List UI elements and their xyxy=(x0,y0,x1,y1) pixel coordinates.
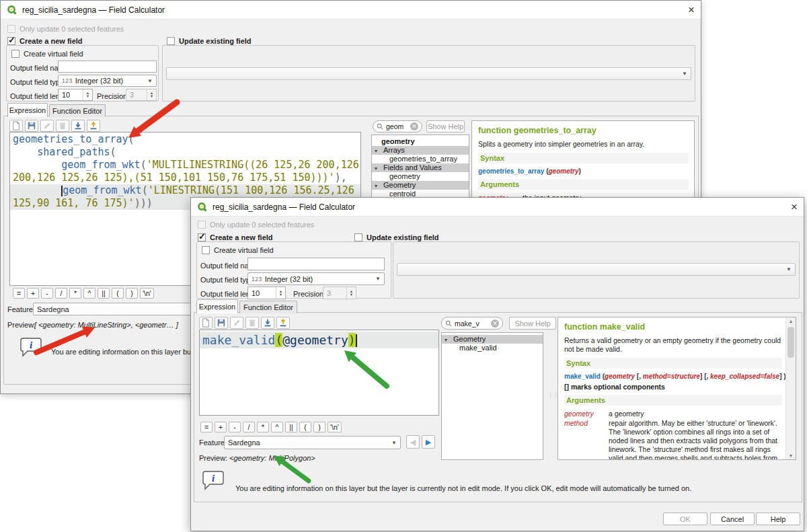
field-calculator-dialog-front: reg_sicilia_sardegna — Field Calculator … xyxy=(190,197,804,531)
code-segment: geom_from_wkt xyxy=(63,184,141,196)
chevron-down-icon: ▼ xyxy=(786,266,792,272)
help-label: Help xyxy=(771,515,786,523)
help-button[interactable]: Help xyxy=(756,512,800,525)
output-field-length-spinner[interactable]: 10 ▲▼ xyxy=(247,287,286,299)
code-segment: ( xyxy=(110,146,116,158)
code-segment: 125,90 161, 76 175)' xyxy=(13,197,134,209)
code-segment: make_valid xyxy=(202,333,275,347)
code-segment: ))) xyxy=(134,197,153,209)
precision-value: 3 xyxy=(327,289,331,297)
code-segment xyxy=(13,146,37,158)
checkbox-icon[interactable] xyxy=(198,221,206,229)
code-line: 200,126 125,26 125),(51 150,101 150,76 1… xyxy=(10,172,360,184)
only-update-checkbox[interactable]: Only update 0 selected features xyxy=(198,221,314,229)
output-field-length-spinner[interactable]: 10 ▲▼ xyxy=(58,89,93,101)
checkbox-icon[interactable] xyxy=(7,37,15,45)
code-segment: shared_paths xyxy=(37,146,110,158)
field-type-123-icon: 123 xyxy=(252,276,262,282)
tab-label: Function Editor xyxy=(243,303,293,311)
spinner-arrows-icon[interactable]: ▲▼ xyxy=(346,287,356,299)
code-segment: geometries_to_array xyxy=(13,133,128,145)
code-line: geometries_to_array( xyxy=(10,133,360,146)
text-cursor xyxy=(356,334,357,347)
chevron-down-icon: ▼ xyxy=(147,78,153,84)
create-virtual-field-checkbox[interactable]: Create virtual field xyxy=(202,246,274,254)
checkbox-icon[interactable] xyxy=(198,233,206,241)
cancel-label: Cancel xyxy=(721,515,744,523)
code-segment: 'LINESTRING(151 100,126 156.25,126 xyxy=(148,184,354,196)
code-line: shared_paths( xyxy=(10,146,360,159)
title-bar[interactable]: reg_sicilia_sardegna — Field Calculator … xyxy=(1,1,701,20)
code-segment xyxy=(13,159,61,171)
only-update-label: Only update 0 selected features xyxy=(210,221,314,229)
code-segment: 200,126 125,26 125),(51 150,101 150,76 1… xyxy=(13,172,335,184)
code-segment: ( xyxy=(141,159,147,171)
only-update-checkbox[interactable]: Only update 0 selected features xyxy=(7,25,124,33)
length-value: 10 xyxy=(62,91,70,99)
qgis-logo-icon xyxy=(197,202,208,213)
tab-expression[interactable]: Expression xyxy=(7,103,48,117)
code-segment: ) xyxy=(348,333,356,347)
checkbox-icon[interactable] xyxy=(354,233,362,241)
code-segment: geom_from_wkt xyxy=(61,159,140,171)
qgis-logo-icon xyxy=(7,5,17,15)
output-field-type-label: Output field type xyxy=(200,276,254,284)
code-segment: ( xyxy=(128,133,134,145)
code-line: geom_from_wkt('MULTILINESTRING((26 125,2… xyxy=(10,159,360,172)
spinner-arrows-icon[interactable]: ▲▼ xyxy=(147,89,156,100)
tab-label: Function Editor xyxy=(52,107,102,115)
code-segment: ( xyxy=(275,333,282,347)
expression-editor[interactable]: make_valid(@geometry) xyxy=(199,330,439,416)
checkbox-icon[interactable] xyxy=(202,246,210,254)
close-icon[interactable]: × xyxy=(688,5,695,15)
tab-function-editor[interactable]: Function Editor xyxy=(239,301,297,313)
code-line: geom_from_wkt('LINESTRING(151 100,126 15… xyxy=(10,184,360,197)
title-bar[interactable]: reg_sicilia_sardegna — Field Calculator … xyxy=(191,198,804,217)
tab-function-editor[interactable]: Function Editor xyxy=(49,104,106,117)
output-field-type-label: Output field type xyxy=(10,78,64,86)
code-line: make_valid(@geometry) xyxy=(200,332,438,348)
output-field-name-input[interactable] xyxy=(247,258,385,270)
existing-field-combo[interactable]: ▼ xyxy=(397,263,796,276)
precision-spinner[interactable]: 3 ▲▼ xyxy=(323,287,356,299)
precision-label: Precision xyxy=(293,290,323,298)
length-value: 10 xyxy=(252,289,260,297)
create-virtual-field-label: Create virtual field xyxy=(214,246,274,254)
ok-label: OK xyxy=(680,515,691,523)
code-segment: ( xyxy=(142,184,148,196)
checkbox-icon[interactable] xyxy=(11,50,20,58)
output-field-type-combo[interactable]: 123 Integer (32 bit) ▼ xyxy=(58,75,157,87)
create-virtual-field-label: Create virtual field xyxy=(24,50,83,58)
create-new-field-checkbox[interactable]: Create a new field xyxy=(198,233,273,241)
spinner-arrows-icon[interactable]: ▲▼ xyxy=(276,287,285,299)
create-new-field-label: Create a new field xyxy=(20,37,83,45)
chevron-down-icon: ▼ xyxy=(375,276,381,282)
precision-spinner[interactable]: 3 ▲▼ xyxy=(126,89,157,101)
spinner-arrows-icon[interactable]: ▲▼ xyxy=(83,89,92,100)
update-existing-field-checkbox[interactable]: Update existing field xyxy=(354,233,439,241)
existing-field-combo[interactable]: ▼ xyxy=(166,67,691,80)
precision-label: Precision xyxy=(97,92,127,100)
tab-expression[interactable]: Expression xyxy=(196,299,238,313)
only-update-label: Only update 0 selected features xyxy=(20,25,124,33)
output-field-type-combo[interactable]: 123 Integer (32 bit) ▼ xyxy=(247,272,385,285)
tab-label: Expression xyxy=(9,106,46,114)
ok-button[interactable]: OK xyxy=(663,512,707,525)
create-virtual-field-checkbox[interactable]: Create virtual field xyxy=(11,50,83,58)
create-new-field-checkbox[interactable]: Create a new field xyxy=(7,37,83,45)
field-type-value: Integer (32 bit) xyxy=(75,77,124,85)
update-existing-field-label: Update existing field xyxy=(179,37,252,45)
code-segment: @geometry xyxy=(282,333,348,347)
tab-label: Expression xyxy=(199,303,235,311)
output-field-name-input[interactable] xyxy=(58,61,157,73)
checkbox-icon[interactable] xyxy=(7,25,15,33)
update-existing-field-checkbox[interactable]: Update existing field xyxy=(167,37,252,45)
cancel-button[interactable]: Cancel xyxy=(710,512,755,525)
code-segment: ), xyxy=(335,172,347,184)
update-existing-field-label: Update existing field xyxy=(367,233,439,241)
precision-value: 3 xyxy=(130,91,134,99)
create-new-field-label: Create a new field xyxy=(210,233,273,241)
checkbox-icon[interactable] xyxy=(167,37,175,45)
close-icon[interactable]: × xyxy=(791,202,798,213)
field-type-123-icon: 123 xyxy=(62,77,73,84)
